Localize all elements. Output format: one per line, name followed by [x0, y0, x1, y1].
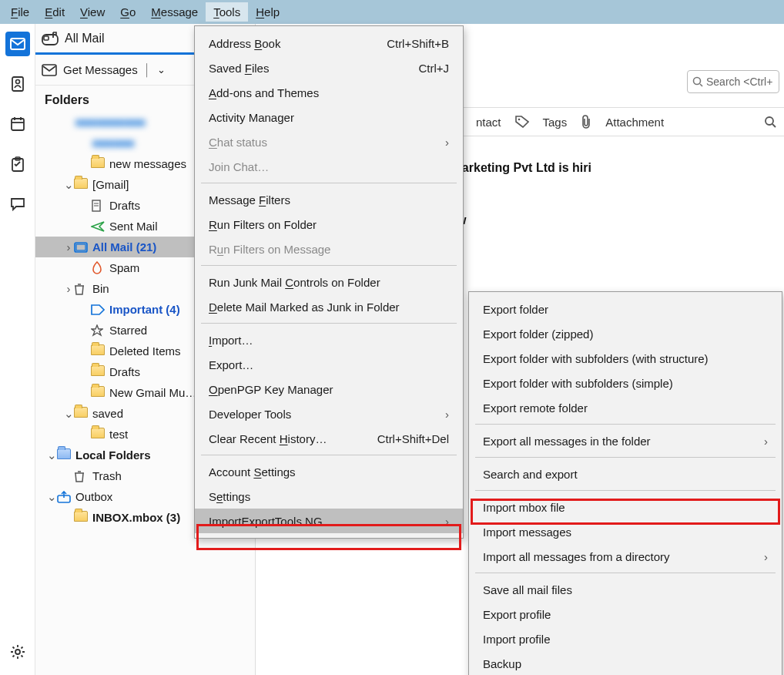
get-messages-button[interactable]: Get Messages: [63, 63, 138, 76]
menu-item[interactable]: Delete Mail Marked as Junk in Folder: [195, 294, 463, 319]
settings-gear-icon[interactable]: [5, 640, 30, 664]
filter-tags[interactable]: Tags: [543, 116, 568, 129]
menu-item[interactable]: OpenPGP Key Manager: [195, 377, 463, 401]
svg-line-24: [772, 124, 776, 127]
menu-help[interactable]: Help: [248, 2, 287, 22]
menu-item[interactable]: Export profile: [469, 602, 782, 626]
search-icon[interactable]: [764, 116, 776, 128]
svg-line-21: [700, 84, 702, 86]
menu-item[interactable]: Export folder (zipped): [469, 321, 782, 346]
menu-item[interactable]: Export all messages in the folder›: [469, 428, 782, 453]
menu-item[interactable]: Message Filters: [195, 187, 463, 212]
tools-menu[interactable]: Address BookCtrl+Shift+BSaved FilesCtrl+…: [194, 25, 464, 539]
menu-item: Join Chat…: [195, 154, 463, 179]
svg-point-9: [15, 650, 20, 654]
attachment-icon: [581, 115, 591, 129]
menu-tools[interactable]: Tools: [206, 2, 248, 22]
menu-item[interactable]: Export folder with subfolders (with stru…: [469, 346, 782, 371]
activity-bar: [0, 24, 35, 675]
search-input[interactable]: Search <Ctrl+: [687, 70, 779, 93]
chat-icon[interactable]: [5, 192, 30, 217]
menu-item[interactable]: Run Junk Mail Controls on Folder: [195, 270, 463, 294]
menu-item[interactable]: Saved FilesCtrl+J: [195, 55, 463, 80]
svg-rect-18: [76, 244, 85, 250]
menu-edit[interactable]: Edit: [37, 2, 72, 22]
menu-item[interactable]: Export remote folder: [469, 395, 782, 420]
filter-contact[interactable]: ntact: [476, 116, 501, 129]
import-export-submenu[interactable]: Export folderExport folder (zipped)Expor…: [468, 291, 782, 675]
menu-item[interactable]: Address BookCtrl+Shift+B: [195, 31, 463, 55]
menu-item[interactable]: Settings: [195, 484, 463, 509]
get-messages-icon: [42, 64, 57, 76]
svg-point-20: [694, 78, 701, 85]
menu-item: Chat status›: [195, 129, 463, 154]
svg-rect-3: [12, 119, 24, 130]
menu-message[interactable]: Message: [143, 2, 206, 22]
tasks-icon[interactable]: [5, 152, 30, 176]
mailbox-icon: [42, 32, 59, 45]
menu-item[interactable]: Export folder: [469, 297, 782, 321]
svg-point-22: [518, 119, 520, 121]
menu-item[interactable]: Import all messages from a directory›: [469, 544, 782, 569]
menu-item: Run Filters on Message: [195, 237, 463, 261]
menu-item[interactable]: Import…: [195, 327, 463, 352]
contacts-icon[interactable]: [5, 72, 30, 96]
menu-item[interactable]: Import profile: [469, 626, 782, 651]
svg-rect-11: [44, 36, 49, 40]
menu-item[interactable]: Add-ons and Themes: [195, 80, 463, 105]
tags-icon: [515, 116, 529, 128]
mail-icon[interactable]: [5, 32, 30, 56]
svg-point-23: [766, 117, 773, 125]
svg-point-2: [15, 80, 19, 84]
menu-item[interactable]: Clear Recent History…Ctrl+Shift+Del: [195, 426, 463, 451]
menu-item[interactable]: Developer Tools›: [195, 401, 463, 426]
highlight-box-2: [471, 499, 780, 525]
menu-file[interactable]: File: [3, 2, 37, 22]
menu-item[interactable]: Search and export: [469, 462, 782, 486]
menu-view[interactable]: View: [72, 2, 112, 22]
menu-item[interactable]: Activity Manager: [195, 105, 463, 129]
menu-go[interactable]: Go: [112, 2, 143, 22]
highlight-box-1: [196, 524, 461, 550]
menu-item[interactable]: Account Settings: [195, 459, 463, 484]
tab-label: All Mail: [65, 32, 105, 45]
menu-item[interactable]: Export folder with subfolders (simple): [469, 371, 782, 395]
menu-item[interactable]: Run Filters on Folder: [195, 212, 463, 237]
menu-item[interactable]: Export…: [195, 352, 463, 377]
menu-item[interactable]: Save all mail files: [469, 577, 782, 602]
menu-item[interactable]: Backup: [469, 651, 782, 675]
filter-attachment[interactable]: Attachment: [605, 116, 664, 129]
chevron-down-icon[interactable]: ⌄: [157, 64, 166, 76]
search-placeholder: Search <Ctrl+: [706, 76, 772, 88]
calendar-icon[interactable]: [5, 112, 30, 136]
menubar[interactable]: FileEditViewGoMessageToolsHelp: [0, 0, 784, 24]
